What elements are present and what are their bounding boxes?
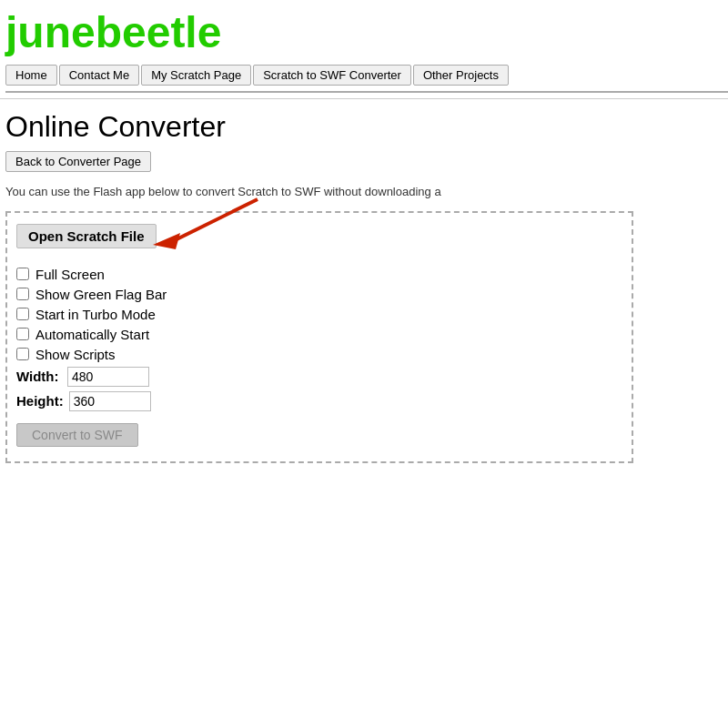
description-text: You can use the Flash app below to conve… <box>5 185 721 198</box>
checkbox-auto-start-row: Automatically Start <box>16 327 617 342</box>
nav-swf-converter[interactable]: Scratch to SWF Converter <box>253 65 411 86</box>
width-row: Width: <box>16 367 617 387</box>
back-button[interactable]: Back to Converter Page <box>5 151 151 172</box>
checkbox-show-scripts-row: Show Scripts <box>16 347 617 362</box>
checkbox-green-flag-label: Show Green Flag Bar <box>35 287 167 302</box>
height-row: Height: <box>16 391 617 411</box>
checkbox-turbo-row: Start in Turbo Mode <box>16 307 617 322</box>
main-content: Online Converter Back to Converter Page … <box>0 99 728 470</box>
checkbox-full-screen[interactable] <box>16 268 29 280</box>
checkbox-auto-start[interactable] <box>16 328 29 340</box>
site-title: junebeetle <box>5 9 728 57</box>
nav-other-projects[interactable]: Other Projects <box>413 65 509 86</box>
width-input[interactable] <box>67 367 149 387</box>
checkbox-show-scripts-label: Show Scripts <box>35 347 116 362</box>
checkbox-turbo[interactable] <box>16 308 29 320</box>
height-input[interactable] <box>69 391 151 411</box>
checkbox-turbo-label: Start in Turbo Mode <box>35 307 156 322</box>
checkbox-auto-start-label: Automatically Start <box>35 327 149 342</box>
open-scratch-file-button[interactable]: Open Scratch File <box>16 224 157 248</box>
convert-button[interactable]: Convert to SWF <box>16 423 138 447</box>
checkbox-full-screen-row: Full Screen <box>16 267 617 282</box>
site-header: junebeetle Home Contact Me My Scratch Pa… <box>0 0 728 99</box>
page-title: Online Converter <box>5 110 721 144</box>
flash-container: Open Scratch File Full Screen Show Green… <box>5 211 633 463</box>
nav-contact[interactable]: Contact Me <box>59 65 139 86</box>
nav-bar: Home Contact Me My Scratch Page Scratch … <box>5 61 728 93</box>
checkbox-green-flag[interactable] <box>16 288 29 300</box>
nav-scratch-page[interactable]: My Scratch Page <box>141 65 251 86</box>
width-label: Width: <box>16 369 62 384</box>
checkbox-show-scripts[interactable] <box>16 348 29 360</box>
checkbox-full-screen-label: Full Screen <box>35 267 105 282</box>
height-label: Height: <box>16 393 64 409</box>
nav-home[interactable]: Home <box>5 65 57 86</box>
checkbox-green-flag-row: Show Green Flag Bar <box>16 287 617 302</box>
